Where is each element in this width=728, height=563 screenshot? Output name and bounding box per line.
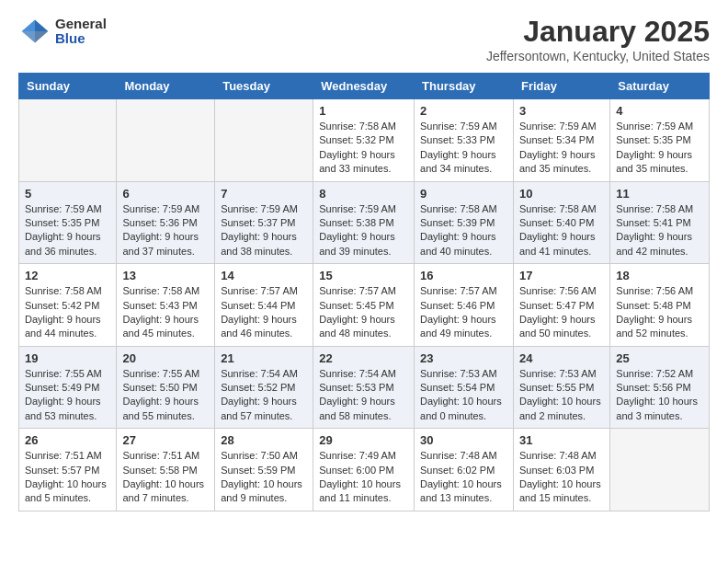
day-number: 31: [519, 433, 604, 447]
calendar-week-row: 1Sunrise: 7:58 AMSunset: 5:32 PMDaylight…: [19, 99, 710, 182]
day-number: 21: [221, 351, 307, 365]
calendar-day-cell: 15Sunrise: 7:57 AMSunset: 5:45 PMDayligh…: [313, 264, 415, 347]
day-number: 6: [122, 187, 209, 201]
calendar-day-cell: 14Sunrise: 7:57 AMSunset: 5:44 PMDayligh…: [215, 264, 313, 347]
calendar-day-cell: 8Sunrise: 7:59 AMSunset: 5:38 PMDaylight…: [313, 181, 415, 264]
day-number: 7: [221, 187, 307, 201]
day-info: Sunrise: 7:54 AMSunset: 5:53 PMDaylight:…: [319, 367, 408, 424]
page: General Blue January 2025 Jeffersontown,…: [0, 0, 728, 526]
calendar-day-cell: 13Sunrise: 7:58 AMSunset: 5:43 PMDayligh…: [117, 264, 215, 347]
svg-marker-0: [35, 19, 48, 31]
calendar-day-cell: [215, 99, 313, 182]
calendar-week-row: 5Sunrise: 7:59 AMSunset: 5:35 PMDaylight…: [19, 181, 710, 264]
day-number: 5: [25, 187, 110, 201]
day-number: 13: [122, 269, 209, 282]
day-number: 20: [122, 351, 209, 365]
day-info: Sunrise: 7:58 AMSunset: 5:39 PMDaylight:…: [420, 202, 507, 259]
weekday-header: Sunday: [19, 74, 117, 99]
day-number: 25: [616, 351, 703, 365]
day-info: Sunrise: 7:56 AMSunset: 5:47 PMDaylight:…: [519, 284, 604, 341]
day-info: Sunrise: 7:59 AMSunset: 5:38 PMDaylight:…: [319, 202, 408, 259]
day-info: Sunrise: 7:51 AMSunset: 5:57 PMDaylight:…: [25, 449, 110, 506]
calendar-day-cell: 25Sunrise: 7:52 AMSunset: 5:56 PMDayligh…: [610, 346, 710, 429]
calendar-day-cell: 6Sunrise: 7:59 AMSunset: 5:36 PMDaylight…: [117, 181, 215, 264]
day-info: Sunrise: 7:50 AMSunset: 5:59 PMDaylight:…: [221, 449, 307, 506]
day-info: Sunrise: 7:48 AMSunset: 6:02 PMDaylight:…: [420, 449, 507, 506]
day-info: Sunrise: 7:59 AMSunset: 5:37 PMDaylight:…: [221, 202, 307, 259]
svg-marker-1: [22, 19, 35, 31]
day-info: Sunrise: 7:49 AMSunset: 6:00 PMDaylight:…: [319, 449, 408, 506]
day-info: Sunrise: 7:58 AMSunset: 5:32 PMDaylight:…: [319, 120, 408, 177]
weekday-header: Monday: [117, 74, 215, 99]
day-number: 9: [420, 187, 507, 201]
calendar-day-cell: 24Sunrise: 7:53 AMSunset: 5:55 PMDayligh…: [513, 346, 609, 429]
calendar-day-cell: [117, 99, 215, 182]
logo: General Blue: [18, 15, 107, 48]
calendar-day-cell: 26Sunrise: 7:51 AMSunset: 5:57 PMDayligh…: [19, 429, 117, 511]
day-info: Sunrise: 7:57 AMSunset: 5:44 PMDaylight:…: [221, 284, 307, 341]
day-info: Sunrise: 7:53 AMSunset: 5:55 PMDaylight:…: [519, 367, 604, 424]
calendar-week-row: 12Sunrise: 7:58 AMSunset: 5:42 PMDayligh…: [19, 264, 710, 347]
day-info: Sunrise: 7:57 AMSunset: 5:46 PMDaylight:…: [420, 284, 507, 341]
weekday-header: Saturday: [610, 74, 710, 99]
calendar-week-row: 26Sunrise: 7:51 AMSunset: 5:57 PMDayligh…: [19, 429, 710, 511]
day-info: Sunrise: 7:56 AMSunset: 5:48 PMDaylight:…: [616, 284, 703, 341]
day-number: 26: [25, 433, 110, 447]
day-number: 4: [616, 104, 703, 118]
svg-marker-3: [35, 31, 48, 43]
day-number: 29: [319, 433, 408, 447]
title-month: January 2025: [486, 15, 710, 49]
day-number: 14: [221, 269, 307, 282]
calendar-day-cell: 2Sunrise: 7:59 AMSunset: 5:33 PMDaylight…: [415, 99, 514, 182]
calendar-day-cell: 7Sunrise: 7:59 AMSunset: 5:37 PMDaylight…: [215, 181, 313, 264]
day-number: 2: [420, 104, 507, 118]
day-info: Sunrise: 7:52 AMSunset: 5:56 PMDaylight:…: [616, 367, 703, 424]
day-number: 27: [122, 433, 209, 447]
calendar-day-cell: 31Sunrise: 7:48 AMSunset: 6:03 PMDayligh…: [513, 429, 609, 511]
day-number: 3: [519, 104, 604, 118]
calendar-day-cell: 12Sunrise: 7:58 AMSunset: 5:42 PMDayligh…: [19, 264, 117, 347]
calendar-day-cell: 29Sunrise: 7:49 AMSunset: 6:00 PMDayligh…: [313, 429, 415, 511]
day-info: Sunrise: 7:58 AMSunset: 5:43 PMDaylight:…: [122, 284, 209, 341]
title-block: January 2025 Jeffersontown, Kentucky, Un…: [486, 15, 710, 63]
calendar-day-cell: 16Sunrise: 7:57 AMSunset: 5:46 PMDayligh…: [415, 264, 514, 347]
day-number: 18: [616, 269, 703, 282]
day-number: 1: [319, 104, 408, 118]
svg-marker-2: [22, 31, 35, 43]
day-number: 17: [519, 269, 604, 282]
calendar-day-cell: 10Sunrise: 7:58 AMSunset: 5:40 PMDayligh…: [513, 181, 609, 264]
calendar-day-cell: 23Sunrise: 7:53 AMSunset: 5:54 PMDayligh…: [415, 346, 514, 429]
day-info: Sunrise: 7:57 AMSunset: 5:45 PMDaylight:…: [319, 284, 408, 341]
weekday-header: Tuesday: [215, 74, 313, 99]
day-number: 10: [519, 187, 604, 201]
logo-icon: [18, 15, 51, 48]
weekday-header: Friday: [513, 74, 609, 99]
calendar-day-cell: 18Sunrise: 7:56 AMSunset: 5:48 PMDayligh…: [610, 264, 710, 347]
calendar-day-cell: 1Sunrise: 7:58 AMSunset: 5:32 PMDaylight…: [313, 99, 415, 182]
day-info: Sunrise: 7:59 AMSunset: 5:36 PMDaylight:…: [122, 202, 209, 259]
calendar-day-cell: 28Sunrise: 7:50 AMSunset: 5:59 PMDayligh…: [215, 429, 313, 511]
calendar-day-cell: [19, 99, 117, 182]
day-info: Sunrise: 7:53 AMSunset: 5:54 PMDaylight:…: [420, 367, 507, 424]
logo-general-text: General: [55, 17, 107, 32]
day-info: Sunrise: 7:58 AMSunset: 5:41 PMDaylight:…: [616, 202, 703, 259]
calendar-day-cell: 22Sunrise: 7:54 AMSunset: 5:53 PMDayligh…: [313, 346, 415, 429]
day-info: Sunrise: 7:48 AMSunset: 6:03 PMDaylight:…: [519, 449, 604, 506]
day-number: 23: [420, 351, 507, 365]
logo-blue-text: Blue: [55, 31, 107, 47]
calendar-day-cell: 30Sunrise: 7:48 AMSunset: 6:02 PMDayligh…: [415, 429, 514, 511]
day-info: Sunrise: 7:58 AMSunset: 5:42 PMDaylight:…: [25, 284, 110, 341]
calendar-day-cell: 11Sunrise: 7:58 AMSunset: 5:41 PMDayligh…: [610, 181, 710, 264]
calendar-day-cell: 19Sunrise: 7:55 AMSunset: 5:49 PMDayligh…: [19, 346, 117, 429]
header: General Blue January 2025 Jeffersontown,…: [18, 15, 710, 63]
day-info: Sunrise: 7:51 AMSunset: 5:58 PMDaylight:…: [122, 449, 209, 506]
day-info: Sunrise: 7:59 AMSunset: 5:34 PMDaylight:…: [519, 120, 604, 177]
logo-text: General Blue: [55, 17, 107, 47]
day-number: 24: [519, 351, 604, 365]
calendar-day-cell: [610, 429, 710, 511]
calendar-day-cell: 21Sunrise: 7:54 AMSunset: 5:52 PMDayligh…: [215, 346, 313, 429]
calendar-table: SundayMondayTuesdayWednesdayThursdayFrid…: [18, 73, 710, 511]
day-info: Sunrise: 7:59 AMSunset: 5:35 PMDaylight:…: [616, 120, 703, 177]
day-number: 11: [616, 187, 703, 201]
day-number: 12: [25, 269, 110, 282]
